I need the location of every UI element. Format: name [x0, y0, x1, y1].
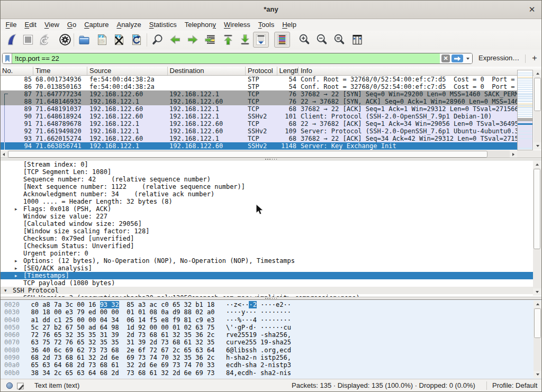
detail-row[interactable]: [TCP Segment Len: 1080]: [0, 168, 542, 176]
packet-row-86[interactable]: 8670.013850163fe:54:00:d4:38:2aSTP54Conf…: [0, 83, 517, 90]
column-header-destination[interactable]: Destination: [168, 67, 246, 75]
menu-go[interactable]: Go: [63, 19, 80, 30]
scroll-up-button[interactable]: [534, 70, 542, 77]
menu-file[interactable]: File: [2, 19, 21, 30]
menu-tools[interactable]: Tools: [254, 19, 278, 30]
expression-button[interactable]: Expression…: [478, 50, 519, 67]
packet-row-88[interactable]: 8871.648146932192.168.122.1192.168.122.6…: [0, 98, 517, 105]
detail-row[interactable]: [Calculated window size: 29056]: [0, 220, 542, 227]
column-header-info[interactable]: Info: [299, 67, 542, 75]
packet-row-91[interactable]: 9171.648789678192.168.122.1192.168.122.6…: [0, 120, 517, 127]
column-header-length[interactable]: Length: [277, 67, 299, 75]
scroll-down-button[interactable]: [534, 142, 542, 150]
packet-minimap[interactable]: [517, 70, 533, 150]
expander-open-icon[interactable]: ▾: [4, 287, 7, 294]
scroll-down-button[interactable]: [533, 288, 541, 296]
detail-row[interactable]: [Stream index: 0]: [0, 161, 542, 168]
capture-options-button[interactable]: [59, 33, 71, 46]
menu-telephony[interactable]: Telephony: [180, 19, 220, 30]
detail-row[interactable]: ▾SSH Protocol: [0, 287, 542, 294]
expander-closed-icon[interactable]: ▸: [15, 257, 17, 265]
status-profile[interactable]: Profile: Default: [492, 379, 537, 392]
filter-apply-button[interactable]: [451, 54, 463, 62]
filter-clear-button[interactable]: ✕: [441, 54, 450, 62]
close-file-button[interactable]: 0101 0111: [113, 33, 125, 46]
scroll-left-button[interactable]: [0, 150, 7, 158]
detail-row[interactable]: ▸Flags: 0x018 (PSH, ACK): [0, 205, 542, 213]
packet-row-94[interactable]: 9471.663856741192.168.122.1192.168.122.6…: [0, 142, 517, 150]
packet-list-vscrollbar[interactable]: [534, 70, 542, 150]
zoom-in-button[interactable]: [298, 33, 311, 46]
go-forward-button[interactable]: [186, 33, 199, 46]
save-file-button[interactable]: 0101 0110 0111: [96, 33, 109, 46]
menu-help[interactable]: Help: [278, 19, 301, 30]
column-header-no[interactable]: No.: [0, 67, 33, 75]
packet-row-90[interactable]: 9071.648618924192.168.122.60192.168.122.…: [0, 113, 517, 120]
title-bar[interactable]: *any ✕: [0, 0, 542, 19]
go-to-packet-button[interactable]: [204, 33, 216, 46]
detail-row[interactable]: [Next sequence number: 1122 (relative se…: [0, 183, 542, 190]
detail-row[interactable]: [Window size scaling factor: 128]: [0, 227, 542, 235]
hex-row-0020[interactable]: 0020 c0 a8 7a 3c 00 16 93 32 85 a3 ac c0…: [0, 301, 542, 308]
display-filter-input[interactable]: !tcp.port == 22: [12, 53, 440, 63]
expander-closed-icon[interactable]: ▸: [15, 272, 17, 279]
column-header-protocol[interactable]: Protocol: [246, 67, 277, 75]
detail-row[interactable]: Acknowledgment number: 34 (relative ack …: [0, 190, 542, 198]
reload-file-button[interactable]: 0101 011 0111: [130, 33, 143, 46]
detail-row[interactable]: Urgent pointer: 0: [0, 250, 542, 257]
expander-closed-icon[interactable]: ▸: [15, 265, 17, 272]
capture-comment-icon[interactable]: [16, 381, 25, 390]
menu-capture[interactable]: Capture: [80, 19, 113, 30]
hex-row-0050[interactable]: 0050 5c 27 b2 67 50 ad 64 98 1d 92 00 00…: [0, 324, 542, 331]
detail-row[interactable]: Window size value: 227: [0, 213, 542, 220]
hex-row-00a0[interactable]: 00a0 65 63 64 68 2d 73 68 61 32 2d 6e 69…: [0, 361, 542, 369]
filter-bookmark-button[interactable]: [3, 53, 12, 63]
details-vscrollbar[interactable]: [533, 161, 541, 296]
auto-scroll-button[interactable]: [253, 32, 269, 48]
scroll-up-button[interactable]: [534, 300, 542, 308]
hex-row-0030[interactable]: 0030 80 18 00 e3 79 ed 00 00 01 01 08 0a…: [0, 308, 542, 316]
detail-row[interactable]: ▸[SEQ/ACK analysis]: [0, 265, 542, 272]
expert-info-icon[interactable]: [6, 382, 13, 389]
hex-row-00b0[interactable]: 00b0 38 34 2c 65 63 64 68 2d 73 68 61 32…: [0, 369, 542, 377]
packet-row-93[interactable]: 9371.662015274192.168.122.60192.168.122.…: [0, 135, 517, 142]
hex-row-0090[interactable]: 0090 68 2d 73 68 61 32 2d 6e 69 73 74 70…: [0, 354, 542, 361]
packet-row-89[interactable]: 8971.648191037192.168.122.60192.168.122.…: [0, 105, 517, 113]
detail-row[interactable]: ▸Options: (12 bytes), No-Operation (NOP)…: [0, 257, 542, 265]
packet-row-87[interactable]: 8771.647777234192.168.122.60192.168.122.…: [0, 90, 517, 98]
close-button[interactable]: ✕: [526, 1, 538, 19]
scroll-right-button[interactable]: [510, 150, 517, 158]
menu-analyze[interactable]: Analyze: [113, 19, 145, 30]
filter-dropdown-button[interactable]: [465, 58, 471, 60]
bytes-vscrollbar[interactable]: [534, 300, 542, 378]
menu-wireless[interactable]: Wireless: [220, 19, 255, 30]
hex-row-0060[interactable]: 0060 72 76 65 32 35 35 31 39 2d 73 68 61…: [0, 331, 542, 339]
menu-view[interactable]: View: [40, 19, 63, 30]
menu-statistics[interactable]: Statistics: [145, 19, 180, 30]
menu-edit[interactable]: Edit: [21, 19, 40, 30]
open-file-button[interactable]: [78, 33, 91, 46]
detail-row[interactable]: [Checksum Status: Unverified]: [0, 242, 542, 250]
last-packet-button[interactable]: [239, 33, 251, 46]
zoom-100-button[interactable]: [333, 33, 346, 46]
restart-capture-button[interactable]: [38, 33, 51, 46]
colorize-button[interactable]: [274, 32, 290, 48]
detail-row[interactable]: 1000 .... = Header Length: 32 bytes (8): [0, 198, 542, 205]
resize-columns-button[interactable]: [351, 33, 364, 46]
detail-row[interactable]: Sequence number: 42 (relative sequence n…: [0, 176, 542, 183]
hex-row-0070[interactable]: 0070 63 75 72 76 65 32 35 35 31 39 2d 73…: [0, 339, 542, 346]
detail-row[interactable]: ▸[Timestamps]: [0, 272, 542, 279]
filter-add-button[interactable]: +: [529, 50, 540, 67]
scroll-thumb[interactable]: [534, 78, 541, 111]
zoom-out-button[interactable]: [315, 33, 328, 46]
scroll-thumb[interactable]: [534, 169, 540, 249]
go-back-button[interactable]: [169, 33, 182, 46]
detail-row[interactable]: Checksum: 0x79ed [unverified]: [0, 235, 542, 242]
first-packet-button[interactable]: [222, 33, 234, 46]
hex-row-0040[interactable]: 0040 a1 dd c1 25 00 00 04 34 06 14 f5 e8…: [0, 316, 542, 324]
column-header-time[interactable]: Time: [33, 67, 88, 75]
start-capture-button[interactable]: [6, 33, 19, 46]
hex-row-0080[interactable]: 0080 36 40 6c 69 62 73 73 68 2e 6f 72 67…: [0, 347, 542, 354]
scroll-up-button[interactable]: [533, 161, 541, 168]
scroll-thumb[interactable]: [534, 308, 541, 338]
